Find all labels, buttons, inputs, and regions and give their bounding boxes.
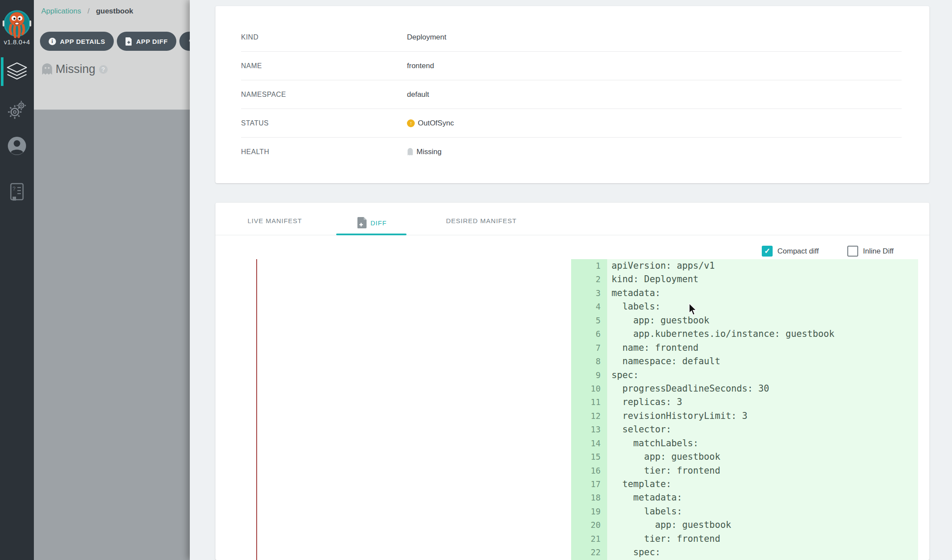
line-code: tier: frontend [607,532,720,546]
diff-lines: 1 apiVersion: apps/v1 2 kind: Deployment… [571,259,918,560]
line-code: template: [607,478,671,491]
diff-line: 11 replicas: 3 [571,395,918,409]
svg-text:?: ? [13,186,16,192]
row-value: ↑ OutOfSync [407,119,454,128]
diff-line: 12 revisionHistoryLimit: 3 [571,409,918,423]
line-code: selector: [607,423,671,436]
diff-removed-marker [256,259,257,560]
diff-line: 6 app.kubernetes.io/instance: guestbook [571,327,918,341]
diff-line: 20 app: guestbook [571,518,918,532]
line-number: 14 [571,437,607,450]
line-number: 11 [571,395,607,409]
line-number: 7 [571,341,607,355]
line-code: spec: [607,546,661,559]
line-code: labels: [607,300,661,313]
row-value: frontend [407,62,434,70]
summary-row-name: NAME frontend [241,52,902,80]
resource-panel: × KIND Deployment NAME frontend NAMESPAC… [190,0,952,560]
manifest-diff-card: LIVE MANIFEST DIFF DESIRED MANIFEST [215,203,929,560]
line-number: 13 [571,423,607,436]
diff-line: 8 namespace: default [571,355,918,368]
help-icon[interactable]: ? [99,65,108,74]
diff-line: 14 matchLabels: [571,437,918,450]
sidebar: v1.8.0+4 [0,0,34,560]
line-number: 5 [571,314,607,327]
resource-summary-card: KIND Deployment NAME frontend NAMESPACE … [215,6,929,183]
line-number: 22 [571,546,607,559]
line-number: 21 [571,532,607,546]
out-of-sync-icon: ↑ [407,119,415,127]
app-details-button[interactable]: i APP DETAILS [40,32,114,51]
file-diff-icon [126,37,132,46]
argo-logo [0,3,33,39]
line-number: 10 [571,382,607,395]
compact-diff-checkbox[interactable]: ✓ [762,246,773,257]
summary-row-namespace: NAMESPACE default [241,80,902,109]
diff-line: 3 metadata: [571,287,918,300]
version-label: v1.8.0+4 [0,38,34,46]
tab-label: DIFF [370,219,387,227]
line-code: name: frontend [607,341,698,355]
diff-line: 10 progressDeadlineSeconds: 30 [571,382,918,395]
breadcrumb-current: guestbook [96,7,133,15]
tab-desired-manifest[interactable]: DESIRED MANIFEST [446,217,517,224]
row-value: Deployment [407,33,446,42]
line-code: namespace: default [607,355,720,368]
ghost-icon [407,148,413,156]
row-label: STATUS [241,119,407,127]
line-number: 12 [571,409,607,423]
tab-live-manifest[interactable]: LIVE MANIFEST [248,217,302,224]
breadcrumb-applications-link[interactable]: Applications [41,7,81,15]
line-code: app: guestbook [607,450,720,464]
summary-row-kind: KIND Deployment [241,23,902,52]
line-number: 20 [571,518,607,532]
info-icon: i [49,38,56,45]
line-code: matchLabels: [607,437,698,450]
compact-diff-label: Compact diff [777,247,819,256]
ghost-icon [42,63,52,75]
compact-diff-option: ✓ Compact diff [762,246,819,257]
diff-line: 19 labels: [571,505,918,518]
line-code: replicas: 3 [607,395,682,409]
app-details-label: APP DETAILS [60,38,105,45]
status-text: OutOfSync [418,119,454,128]
line-number: 3 [571,287,607,300]
diff-line: 21 tier: frontend [571,532,918,546]
line-number: 15 [571,450,607,464]
diff-line: 16 tier: frontend [571,464,918,478]
row-label: NAMESPACE [241,91,407,99]
app-health-heading: Missing ? [42,63,108,76]
gears-icon [7,100,26,119]
row-label: HEALTH [241,148,407,156]
sidebar-item-applications[interactable] [0,63,34,81]
sidebar-item-docs[interactable]: ? [0,182,34,201]
line-code: app: guestbook [607,518,731,532]
diff-line: 17 template: [571,478,918,491]
line-number: 18 [571,491,607,504]
active-tab-underline [336,234,407,235]
tab-label: DESIRED MANIFEST [446,217,517,224]
inline-diff-option: Inline Diff [847,246,894,257]
app-diff-label: APP DIFF [136,38,168,45]
inline-diff-checkbox[interactable] [847,246,858,257]
user-icon [7,136,26,155]
tab-diff[interactable]: DIFF [357,217,387,228]
line-number: 8 [571,355,607,368]
diff-line: 1 apiVersion: apps/v1 [571,259,918,273]
line-code: kind: Deployment [607,273,698,286]
diff-file-icon [357,217,367,228]
line-code: revisionHistoryLimit: 3 [607,409,747,423]
sidebar-item-user[interactable] [0,136,34,155]
diff-line: 4 labels: [571,300,918,313]
line-number: 17 [571,478,607,491]
diff-line: 7 name: frontend [571,341,918,355]
diff-line: 18 metadata: [571,491,918,504]
app-diff-button[interactable]: APP DIFF [117,32,176,51]
row-label: NAME [241,62,407,70]
sidebar-item-settings[interactable] [0,100,34,119]
doc-icon: ? [9,182,25,201]
row-value: Missing [407,148,442,156]
diff-line: 13 selector: [571,423,918,436]
tab-label: LIVE MANIFEST [248,217,302,224]
summary-row-status: STATUS ↑ OutOfSync [241,109,902,138]
